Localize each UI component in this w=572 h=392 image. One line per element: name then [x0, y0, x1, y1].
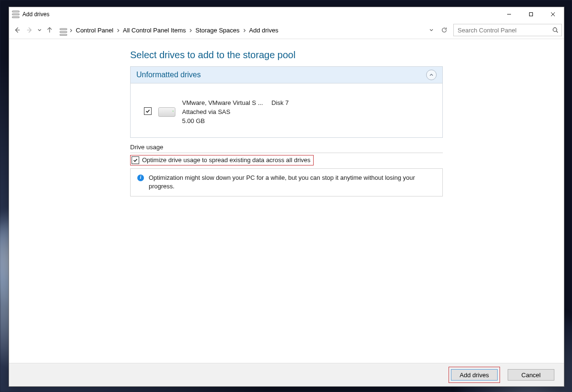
drive-details: VMware, VMware Virtual S ... Disk 7 Atta…: [182, 99, 289, 126]
page-title: Select drives to add to the storage pool: [130, 50, 443, 61]
drive-disk-number: Disk 7: [272, 99, 289, 108]
address-history-dropdown[interactable]: [428, 24, 435, 36]
chevron-right-icon[interactable]: [189, 27, 193, 34]
window-title: Add drives: [22, 11, 50, 18]
optimize-option-highlight: Optimize drive usage to spread existing …: [130, 155, 314, 165]
storage-pool-icon: [60, 24, 67, 36]
drive-name: VMware, VMware Virtual S ...: [182, 99, 263, 108]
collapse-icon[interactable]: [426, 70, 437, 80]
info-icon: i: [137, 175, 144, 181]
close-button[interactable]: [542, 7, 564, 21]
drive-checkbox[interactable]: [144, 107, 152, 115]
drive-row[interactable]: VMware, VMware Virtual S ... Disk 7 Atta…: [131, 83, 442, 137]
search-input[interactable]: [457, 26, 552, 34]
crumb-storage-spaces[interactable]: Storage Spaces: [193, 24, 243, 36]
add-drives-button[interactable]: Add drives: [451, 369, 498, 381]
svg-line-8: [556, 31, 558, 32]
section-title: Unformatted drives: [136, 71, 201, 79]
info-text: Optimization might slow down your PC for…: [149, 174, 436, 192]
crumb-all-items[interactable]: All Control Panel Items: [120, 24, 189, 36]
titlebar: Add drives: [9, 7, 564, 21]
search-box[interactable]: [453, 24, 562, 36]
footer-bar: Add drives Cancel: [9, 363, 564, 386]
add-drives-highlight: Add drives: [449, 367, 500, 383]
crumb-control-panel[interactable]: Control Panel: [73, 24, 116, 36]
search-icon: [552, 27, 559, 33]
nav-recent-dropdown[interactable]: [36, 24, 43, 36]
storage-pool-icon: [12, 10, 20, 18]
nav-back-button[interactable]: [11, 24, 23, 36]
svg-point-7: [553, 28, 557, 31]
chevron-right-icon[interactable]: [116, 27, 120, 34]
optimize-checkbox[interactable]: [132, 156, 139, 164]
refresh-button[interactable]: [438, 24, 450, 36]
drive-size: 5.00 GB: [182, 117, 289, 126]
hard-drive-icon: [158, 107, 175, 117]
chevron-right-icon[interactable]: [69, 27, 73, 34]
svg-rect-1: [530, 13, 533, 16]
unformatted-drives-section: Unformatted drives VMware, VMware Virtua…: [130, 66, 443, 138]
window-add-drives: Add drives: [9, 7, 564, 387]
maximize-button[interactable]: [520, 7, 542, 21]
content-area: Select drives to add to the storage pool…: [9, 39, 564, 363]
drive-usage-heading: Drive usage: [130, 144, 443, 153]
nav-up-button[interactable]: [43, 24, 56, 36]
cancel-button[interactable]: Cancel: [508, 369, 554, 381]
section-header-unformatted[interactable]: Unformatted drives: [131, 67, 442, 83]
minimize-button[interactable]: [498, 7, 520, 21]
optimize-label: Optimize drive usage to spread existing …: [142, 156, 310, 164]
navigation-bar: Control Panel All Control Panel Items St…: [9, 21, 564, 39]
breadcrumb: Control Panel All Control Panel Items St…: [69, 21, 428, 39]
optimization-info: i Optimization might slow down your PC f…: [130, 168, 443, 197]
nav-forward-button[interactable]: [23, 24, 36, 36]
chevron-right-icon[interactable]: [243, 27, 246, 34]
drive-attachment: Attached via SAS: [182, 108, 289, 117]
crumb-add-drives[interactable]: Add drives: [246, 24, 281, 36]
